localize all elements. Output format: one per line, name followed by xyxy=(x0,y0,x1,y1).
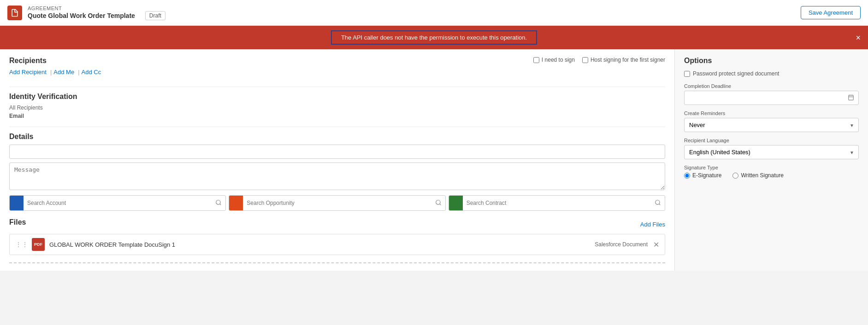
search-account-color-btn[interactable] xyxy=(10,196,24,210)
search-contract-icon-button[interactable] xyxy=(651,199,665,207)
svg-line-1 xyxy=(220,203,221,205)
search-opportunity-color-btn[interactable] xyxy=(229,196,243,210)
agreement-icon xyxy=(7,6,22,20)
header-info: AGREEMENT Quote Global Work Order Templa… xyxy=(28,6,801,20)
divider2 xyxy=(9,127,665,127)
details-title: Details xyxy=(9,133,665,141)
completion-deadline-label: Completion Deadline xyxy=(684,83,859,89)
sep1: | xyxy=(50,69,52,75)
identity-method: Email xyxy=(9,113,665,119)
error-message: The API caller does not have the permiss… xyxy=(331,30,537,45)
add-me-button[interactable]: Add Me xyxy=(53,69,76,75)
error-banner: The API caller does not have the permiss… xyxy=(0,26,868,49)
file-type-icon: PDF xyxy=(32,238,45,251)
search-contract-color-btn[interactable] xyxy=(449,196,463,210)
details-section: Details Quote Global Work Order Template xyxy=(9,133,665,211)
recipient-language-label: Recipient Language xyxy=(684,138,859,143)
identity-title: Identity Verification xyxy=(9,93,665,101)
recipients-section: Recipients Add Recipient | Add Me | Add … xyxy=(9,57,665,79)
svg-point-2 xyxy=(436,200,440,204)
files-header: Files Add Files xyxy=(9,218,665,230)
recipient-language-select[interactable]: English (United States) French Spanish G… xyxy=(684,145,859,159)
search-account-icon-button[interactable] xyxy=(212,199,225,207)
search-opportunity-field xyxy=(229,195,445,211)
search-contract-field xyxy=(449,195,665,211)
files-section: Files Add Files ⋮⋮ PDF GLOBAL WORK ORDER… xyxy=(9,218,665,263)
save-agreement-button[interactable]: Save Agreement xyxy=(801,6,861,19)
esignature-radio[interactable] xyxy=(684,173,690,179)
recipient-language-wrapper: English (United States) French Spanish G… xyxy=(684,145,859,159)
options-panel: Options Password protect signed document… xyxy=(674,49,868,271)
file-source-type: Salesforce Document xyxy=(595,241,648,248)
signature-type-row: E-Signature Written Signature xyxy=(684,172,859,179)
password-protect-label: Password protect signed document xyxy=(693,70,779,77)
svg-line-3 xyxy=(439,203,441,205)
all-recipients-label: All Recipients xyxy=(9,104,665,111)
create-reminders-wrapper: Never Daily Weekly xyxy=(684,118,859,132)
sep2: | xyxy=(78,69,79,75)
file-remove-button[interactable]: ✕ xyxy=(653,240,659,249)
message-input[interactable] xyxy=(9,162,665,190)
file-name: GLOBAL WORK ORDER Template DocuSign 1 xyxy=(49,241,595,248)
page-header: AGREEMENT Quote Global Work Order Templa… xyxy=(0,0,868,26)
create-reminders-select[interactable]: Never Daily Weekly xyxy=(684,118,859,132)
file-item: ⋮⋮ PDF GLOBAL WORK ORDER Template DocuSi… xyxy=(9,234,665,255)
identity-section: Identity Verification All Recipients Ema… xyxy=(9,93,665,119)
divider1 xyxy=(9,87,665,87)
files-title: Files xyxy=(9,218,26,226)
create-reminders-section: Create Reminders Never Daily Weekly xyxy=(684,110,859,132)
status-badge: Draft xyxy=(145,11,165,20)
search-opportunity-input[interactable] xyxy=(243,197,431,209)
svg-line-5 xyxy=(659,203,661,205)
agreement-name-input[interactable]: Quote Global Work Order Template xyxy=(9,145,665,159)
written-signature-radio[interactable] xyxy=(732,173,738,179)
recipients-links: Add Recipient | Add Me | Add Cc xyxy=(9,69,103,75)
add-files-button[interactable]: Add Files xyxy=(640,221,665,228)
bottom-border xyxy=(9,262,665,263)
completion-deadline-input[interactable] xyxy=(684,91,859,105)
password-protect-row: Password protect signed document xyxy=(684,70,859,77)
signature-type-section: Signature Type E-Signature Written Signa… xyxy=(684,165,859,179)
esignature-text: E-Signature xyxy=(692,172,721,179)
signing-options: I need to sign Host signing for the firs… xyxy=(533,57,665,63)
error-close-button[interactable]: × xyxy=(856,33,861,42)
svg-point-4 xyxy=(655,200,660,204)
i-need-to-sign-label[interactable]: I need to sign xyxy=(533,57,575,63)
search-account-input[interactable] xyxy=(24,197,212,209)
add-cc-button[interactable]: Add Cc xyxy=(82,69,103,75)
esignature-label[interactable]: E-Signature xyxy=(684,172,721,179)
recipient-language-section: Recipient Language English (United State… xyxy=(684,138,859,159)
written-signature-text: Written Signature xyxy=(741,172,784,179)
drag-handle: ⋮⋮ xyxy=(15,241,28,248)
search-account-field xyxy=(9,195,226,211)
left-panel: Recipients Add Recipient | Add Me | Add … xyxy=(0,49,674,271)
add-recipient-button[interactable]: Add Recipient xyxy=(9,69,48,75)
create-reminders-label: Create Reminders xyxy=(684,110,859,116)
main-content: Recipients Add Recipient | Add Me | Add … xyxy=(0,49,868,271)
written-signature-label[interactable]: Written Signature xyxy=(732,172,784,179)
record-name: Quote Global Work Order Template xyxy=(28,12,135,19)
recipients-title: Recipients xyxy=(9,57,103,65)
i-need-to-sign-checkbox[interactable] xyxy=(533,57,539,63)
host-signing-label[interactable]: Host signing for the first signer xyxy=(582,57,665,63)
search-contract-input[interactable] xyxy=(463,197,651,209)
completion-deadline-section: Completion Deadline xyxy=(684,83,859,105)
signature-type-label: Signature Type xyxy=(684,165,859,170)
search-row xyxy=(9,195,665,211)
search-opportunity-icon-button[interactable] xyxy=(431,199,445,207)
svg-point-0 xyxy=(216,200,220,204)
options-title: Options xyxy=(684,57,859,65)
password-protect-checkbox[interactable] xyxy=(684,71,690,77)
host-signing-checkbox[interactable] xyxy=(582,57,588,63)
record-type-label: AGREEMENT xyxy=(28,6,801,11)
recipients-row: Recipients Add Recipient | Add Me | Add … xyxy=(9,57,665,79)
